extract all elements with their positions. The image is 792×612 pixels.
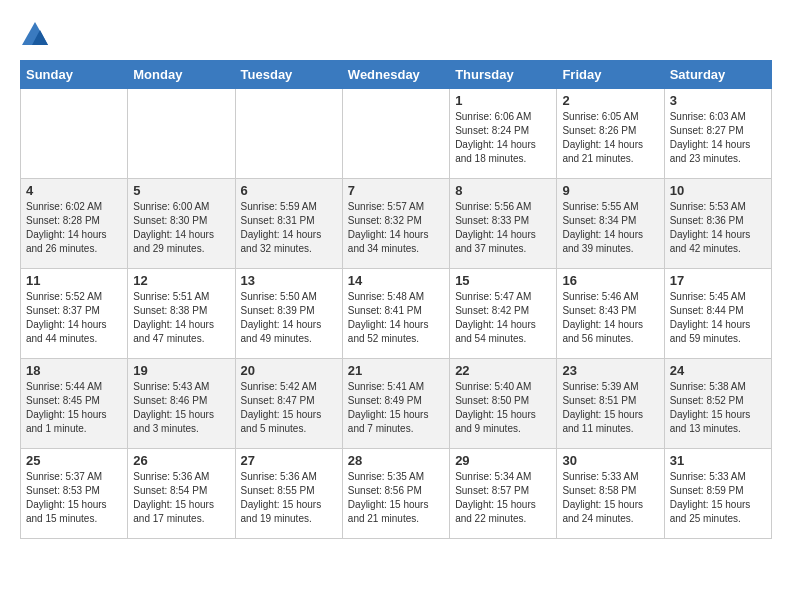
- calendar-cell: 7Sunrise: 5:57 AM Sunset: 8:32 PM Daylig…: [342, 179, 449, 269]
- day-info: Sunrise: 5:46 AM Sunset: 8:43 PM Dayligh…: [562, 290, 658, 346]
- calendar-cell: [342, 89, 449, 179]
- day-header-wednesday: Wednesday: [342, 61, 449, 89]
- day-header-sunday: Sunday: [21, 61, 128, 89]
- logo-icon: [20, 20, 50, 50]
- day-info: Sunrise: 5:40 AM Sunset: 8:50 PM Dayligh…: [455, 380, 551, 436]
- calendar-cell: 17Sunrise: 5:45 AM Sunset: 8:44 PM Dayli…: [664, 269, 771, 359]
- day-info: Sunrise: 5:37 AM Sunset: 8:53 PM Dayligh…: [26, 470, 122, 526]
- day-info: Sunrise: 5:43 AM Sunset: 8:46 PM Dayligh…: [133, 380, 229, 436]
- day-info: Sunrise: 5:36 AM Sunset: 8:54 PM Dayligh…: [133, 470, 229, 526]
- calendar-cell: 31Sunrise: 5:33 AM Sunset: 8:59 PM Dayli…: [664, 449, 771, 539]
- day-number: 7: [348, 183, 444, 198]
- day-number: 2: [562, 93, 658, 108]
- calendar-cell: 28Sunrise: 5:35 AM Sunset: 8:56 PM Dayli…: [342, 449, 449, 539]
- calendar-cell: [21, 89, 128, 179]
- day-info: Sunrise: 5:52 AM Sunset: 8:37 PM Dayligh…: [26, 290, 122, 346]
- day-info: Sunrise: 6:03 AM Sunset: 8:27 PM Dayligh…: [670, 110, 766, 166]
- calendar-cell: 12Sunrise: 5:51 AM Sunset: 8:38 PM Dayli…: [128, 269, 235, 359]
- page-header: [20, 20, 772, 50]
- calendar-cell: [128, 89, 235, 179]
- day-number: 16: [562, 273, 658, 288]
- day-number: 31: [670, 453, 766, 468]
- day-info: Sunrise: 6:05 AM Sunset: 8:26 PM Dayligh…: [562, 110, 658, 166]
- calendar-cell: 20Sunrise: 5:42 AM Sunset: 8:47 PM Dayli…: [235, 359, 342, 449]
- day-number: 15: [455, 273, 551, 288]
- day-info: Sunrise: 5:36 AM Sunset: 8:55 PM Dayligh…: [241, 470, 337, 526]
- day-info: Sunrise: 5:48 AM Sunset: 8:41 PM Dayligh…: [348, 290, 444, 346]
- day-number: 14: [348, 273, 444, 288]
- day-info: Sunrise: 5:47 AM Sunset: 8:42 PM Dayligh…: [455, 290, 551, 346]
- day-number: 9: [562, 183, 658, 198]
- day-info: Sunrise: 5:55 AM Sunset: 8:34 PM Dayligh…: [562, 200, 658, 256]
- day-number: 30: [562, 453, 658, 468]
- header-row: SundayMondayTuesdayWednesdayThursdayFrid…: [21, 61, 772, 89]
- calendar-cell: 15Sunrise: 5:47 AM Sunset: 8:42 PM Dayli…: [450, 269, 557, 359]
- week-row-3: 11Sunrise: 5:52 AM Sunset: 8:37 PM Dayli…: [21, 269, 772, 359]
- calendar-cell: 30Sunrise: 5:33 AM Sunset: 8:58 PM Dayli…: [557, 449, 664, 539]
- logo: [20, 20, 54, 50]
- day-number: 27: [241, 453, 337, 468]
- day-number: 24: [670, 363, 766, 378]
- day-info: Sunrise: 5:59 AM Sunset: 8:31 PM Dayligh…: [241, 200, 337, 256]
- calendar-cell: 11Sunrise: 5:52 AM Sunset: 8:37 PM Dayli…: [21, 269, 128, 359]
- day-number: 26: [133, 453, 229, 468]
- day-info: Sunrise: 5:33 AM Sunset: 8:59 PM Dayligh…: [670, 470, 766, 526]
- day-info: Sunrise: 5:51 AM Sunset: 8:38 PM Dayligh…: [133, 290, 229, 346]
- calendar-cell: 1Sunrise: 6:06 AM Sunset: 8:24 PM Daylig…: [450, 89, 557, 179]
- day-number: 12: [133, 273, 229, 288]
- calendar-cell: 16Sunrise: 5:46 AM Sunset: 8:43 PM Dayli…: [557, 269, 664, 359]
- day-info: Sunrise: 6:02 AM Sunset: 8:28 PM Dayligh…: [26, 200, 122, 256]
- day-info: Sunrise: 5:42 AM Sunset: 8:47 PM Dayligh…: [241, 380, 337, 436]
- day-header-thursday: Thursday: [450, 61, 557, 89]
- calendar-cell: 19Sunrise: 5:43 AM Sunset: 8:46 PM Dayli…: [128, 359, 235, 449]
- calendar-cell: 3Sunrise: 6:03 AM Sunset: 8:27 PM Daylig…: [664, 89, 771, 179]
- calendar-cell: 25Sunrise: 5:37 AM Sunset: 8:53 PM Dayli…: [21, 449, 128, 539]
- calendar-cell: [235, 89, 342, 179]
- day-info: Sunrise: 5:39 AM Sunset: 8:51 PM Dayligh…: [562, 380, 658, 436]
- day-number: 28: [348, 453, 444, 468]
- day-info: Sunrise: 5:38 AM Sunset: 8:52 PM Dayligh…: [670, 380, 766, 436]
- day-number: 17: [670, 273, 766, 288]
- day-info: Sunrise: 6:00 AM Sunset: 8:30 PM Dayligh…: [133, 200, 229, 256]
- day-header-friday: Friday: [557, 61, 664, 89]
- calendar-cell: 14Sunrise: 5:48 AM Sunset: 8:41 PM Dayli…: [342, 269, 449, 359]
- calendar-cell: 24Sunrise: 5:38 AM Sunset: 8:52 PM Dayli…: [664, 359, 771, 449]
- day-header-tuesday: Tuesday: [235, 61, 342, 89]
- calendar-cell: 18Sunrise: 5:44 AM Sunset: 8:45 PM Dayli…: [21, 359, 128, 449]
- day-info: Sunrise: 5:53 AM Sunset: 8:36 PM Dayligh…: [670, 200, 766, 256]
- day-number: 20: [241, 363, 337, 378]
- calendar-cell: 9Sunrise: 5:55 AM Sunset: 8:34 PM Daylig…: [557, 179, 664, 269]
- day-number: 13: [241, 273, 337, 288]
- calendar-cell: 10Sunrise: 5:53 AM Sunset: 8:36 PM Dayli…: [664, 179, 771, 269]
- day-number: 21: [348, 363, 444, 378]
- day-number: 4: [26, 183, 122, 198]
- calendar-cell: 2Sunrise: 6:05 AM Sunset: 8:26 PM Daylig…: [557, 89, 664, 179]
- week-row-4: 18Sunrise: 5:44 AM Sunset: 8:45 PM Dayli…: [21, 359, 772, 449]
- day-info: Sunrise: 5:45 AM Sunset: 8:44 PM Dayligh…: [670, 290, 766, 346]
- day-number: 19: [133, 363, 229, 378]
- day-number: 1: [455, 93, 551, 108]
- calendar-cell: 29Sunrise: 5:34 AM Sunset: 8:57 PM Dayli…: [450, 449, 557, 539]
- day-number: 22: [455, 363, 551, 378]
- day-header-saturday: Saturday: [664, 61, 771, 89]
- day-info: Sunrise: 5:34 AM Sunset: 8:57 PM Dayligh…: [455, 470, 551, 526]
- calendar-cell: 26Sunrise: 5:36 AM Sunset: 8:54 PM Dayli…: [128, 449, 235, 539]
- day-info: Sunrise: 5:57 AM Sunset: 8:32 PM Dayligh…: [348, 200, 444, 256]
- day-info: Sunrise: 5:44 AM Sunset: 8:45 PM Dayligh…: [26, 380, 122, 436]
- calendar-cell: 4Sunrise: 6:02 AM Sunset: 8:28 PM Daylig…: [21, 179, 128, 269]
- calendar-cell: 13Sunrise: 5:50 AM Sunset: 8:39 PM Dayli…: [235, 269, 342, 359]
- calendar-cell: 8Sunrise: 5:56 AM Sunset: 8:33 PM Daylig…: [450, 179, 557, 269]
- day-number: 23: [562, 363, 658, 378]
- day-info: Sunrise: 6:06 AM Sunset: 8:24 PM Dayligh…: [455, 110, 551, 166]
- calendar-cell: 5Sunrise: 6:00 AM Sunset: 8:30 PM Daylig…: [128, 179, 235, 269]
- day-number: 8: [455, 183, 551, 198]
- week-row-5: 25Sunrise: 5:37 AM Sunset: 8:53 PM Dayli…: [21, 449, 772, 539]
- day-number: 6: [241, 183, 337, 198]
- day-info: Sunrise: 5:41 AM Sunset: 8:49 PM Dayligh…: [348, 380, 444, 436]
- calendar-cell: 22Sunrise: 5:40 AM Sunset: 8:50 PM Dayli…: [450, 359, 557, 449]
- day-number: 10: [670, 183, 766, 198]
- day-info: Sunrise: 5:50 AM Sunset: 8:39 PM Dayligh…: [241, 290, 337, 346]
- calendar-cell: 27Sunrise: 5:36 AM Sunset: 8:55 PM Dayli…: [235, 449, 342, 539]
- week-row-2: 4Sunrise: 6:02 AM Sunset: 8:28 PM Daylig…: [21, 179, 772, 269]
- day-number: 11: [26, 273, 122, 288]
